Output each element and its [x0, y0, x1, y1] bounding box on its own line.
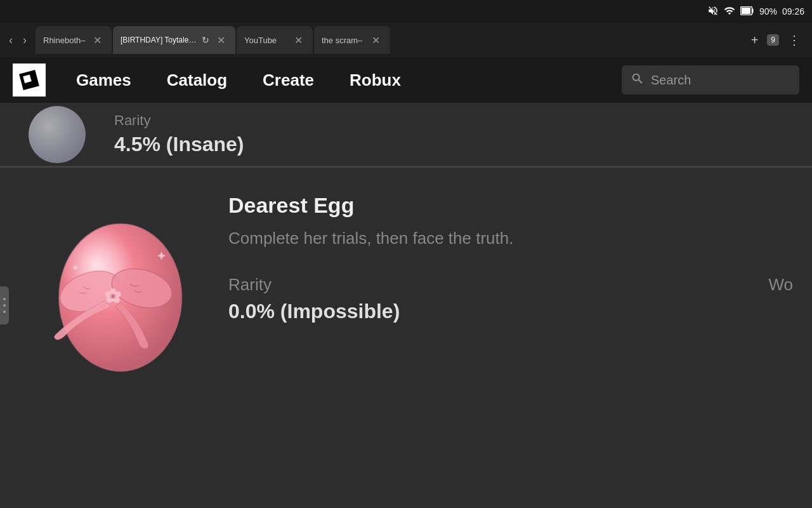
back-arrow[interactable]: ‹	[5, 30, 16, 51]
add-tab-button[interactable]: +	[746, 30, 764, 50]
battery-icon	[740, 6, 754, 17]
tab-count-badge[interactable]: 9	[767, 34, 779, 46]
handle-dot-2	[3, 304, 6, 307]
partial-right-label: Wo	[768, 275, 793, 295]
battery-percent: 90%	[759, 6, 777, 17]
nav-catalog[interactable]: Catalog	[149, 57, 245, 103]
rarity-stat-label: Rarity	[228, 275, 400, 295]
nav-arrows: ‹ ›	[0, 30, 36, 51]
partial-rarity-label: Rarity	[114, 112, 244, 129]
nav-games[interactable]: Games	[58, 57, 149, 103]
svg-point-20	[112, 295, 115, 298]
partial-right-stat: Wo	[768, 275, 793, 295]
rarity-stat: Rarity 0.0% (Impossible)	[228, 275, 400, 323]
status-bar: 90% 09:26	[0, 0, 812, 23]
item-details: Dearest Egg Complete her trials, then fa…	[228, 187, 793, 323]
mute-icon	[707, 5, 719, 18]
tab-rhineboth-close[interactable]: ✕	[91, 33, 104, 48]
forward-arrow[interactable]: ›	[19, 30, 30, 51]
partial-rarity-value: 4.5% (Insane)	[114, 133, 244, 156]
handle-dots	[3, 296, 6, 315]
handle-dot-1	[3, 298, 6, 300]
tab-toytale-close[interactable]: ✕	[214, 33, 228, 48]
handle-dot-3	[3, 311, 6, 313]
reload-icon[interactable]: ↻	[202, 35, 209, 45]
tab-bar: ‹ › Rhineboth– ✕ [BIRTHDAY] Toytale Role…	[0, 23, 812, 57]
search-bar[interactable]: Search	[622, 65, 799, 95]
browser-menu-button[interactable]: ⋮	[783, 30, 806, 50]
item-name: Dearest Egg	[228, 193, 793, 218]
partial-item-image	[19, 106, 95, 163]
partial-circle-image	[29, 106, 86, 163]
nav-create[interactable]: Create	[245, 57, 332, 103]
partial-item: Rarity 4.5% (Insane)	[0, 103, 812, 166]
tab-actions: + 9 ⋮	[746, 30, 812, 50]
tab-youtube-label: YouTube	[244, 36, 277, 45]
navbar: Games Catalog Create Robux Search	[0, 57, 812, 103]
svg-rect-1	[742, 8, 750, 14]
egg-image	[22, 193, 206, 384]
tab-rhineboth[interactable]: Rhineboth– ✕	[36, 26, 112, 54]
roblox-logo[interactable]	[13, 64, 46, 97]
tab-rhineboth-label: Rhineboth–	[43, 36, 86, 45]
tab-toytale[interactable]: [BIRTHDAY] Toytale Roleplay – ↻ ✕	[113, 26, 235, 54]
side-handle[interactable]	[0, 286, 9, 324]
tab-scram-label: the scram–	[322, 36, 362, 45]
tab-scram-close[interactable]: ✕	[369, 33, 383, 48]
status-icons: 90% 09:26	[707, 5, 804, 18]
tab-scram[interactable]: the scram– ✕	[314, 26, 390, 54]
partial-item-info: Rarity 4.5% (Insane)	[114, 112, 244, 156]
stats-row: Rarity 0.0% (Impossible) Wo	[228, 275, 793, 323]
egg-image-container	[13, 187, 216, 390]
time: 09:26	[782, 6, 804, 17]
main-item: Dearest Egg Complete her trials, then fa…	[0, 168, 812, 409]
rarity-stat-value: 0.0% (Impossible)	[228, 300, 400, 323]
nav-robux[interactable]: Robux	[332, 57, 419, 103]
tab-youtube[interactable]: YouTube ✕	[237, 26, 313, 54]
item-description: Complete her trials, then face the truth…	[228, 227, 793, 250]
wifi-icon	[724, 5, 735, 18]
tab-youtube-close[interactable]: ✕	[292, 33, 305, 48]
tab-toytale-label: [BIRTHDAY] Toytale Roleplay –	[121, 36, 197, 44]
search-icon	[631, 72, 645, 89]
search-placeholder: Search	[651, 73, 691, 88]
content-area: Rarity 4.5% (Insane)	[0, 103, 812, 508]
nav-links: Games Catalog Create Robux	[58, 57, 622, 103]
